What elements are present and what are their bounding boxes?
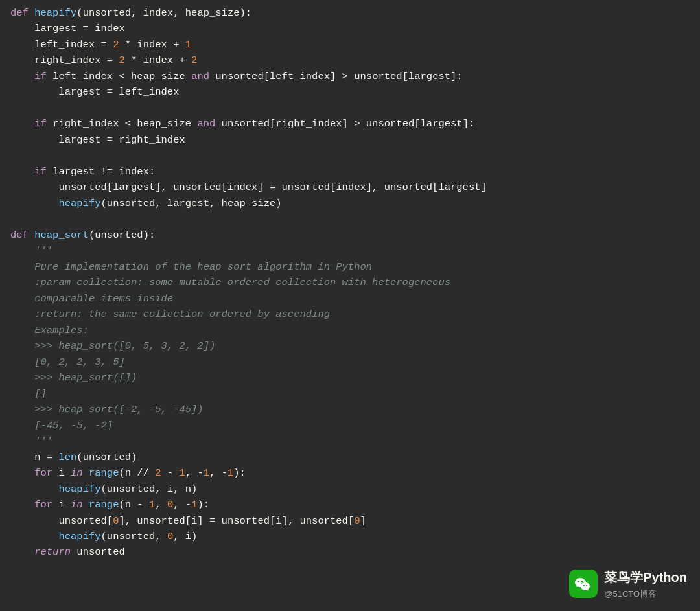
code-line xyxy=(0,211,700,227)
watermark: 菜鸟学Python @51CTO博客 xyxy=(569,568,687,601)
code-line: if left_index < heap_size and unsorted[l… xyxy=(0,69,700,84)
code-line: def heapify(unsorted, index, heap_size): xyxy=(0,5,700,21)
watermark-subtitle: @51CTO博客 xyxy=(604,588,657,601)
code-line: largest = left_index xyxy=(0,84,700,100)
code-block: def heapify(unsorted, index, heap_size):… xyxy=(0,0,700,611)
code-line: comparable items inside xyxy=(0,291,700,306)
code-line: heapify(unsorted, i, n) xyxy=(0,481,700,497)
wechat-logo-svg xyxy=(573,573,594,594)
code-line: :param collection: some mutable ordered … xyxy=(0,275,700,290)
code-line xyxy=(0,148,700,163)
code-line: for i in range(n // 2 - 1, -1, -1): xyxy=(0,465,700,481)
code-line: left_index = 2 * index + 1 xyxy=(0,37,700,52)
code-line: [] xyxy=(0,386,700,402)
code-line: heapify(unsorted, 0, i) xyxy=(0,529,700,544)
code-line: [-45, -5, -2] xyxy=(0,418,700,433)
code-line: :return: the same collection ordered by … xyxy=(0,306,700,322)
code-line: unsorted[0], unsorted[i] = unsorted[i], … xyxy=(0,513,700,529)
code-line: return unsorted xyxy=(0,544,700,560)
code-line: [0, 2, 2, 3, 5] xyxy=(0,354,700,370)
code-line: unsorted[largest], unsorted[index] = uns… xyxy=(0,179,700,195)
code-line: if right_index < heap_size and unsorted[… xyxy=(0,116,700,132)
watermark-title: 菜鸟学Python xyxy=(604,568,687,588)
code-line: >>> heap_sort([]) xyxy=(0,370,700,386)
code-line: ''' xyxy=(0,243,700,259)
code-line: Examples: xyxy=(0,323,700,338)
code-line xyxy=(0,100,700,116)
code-line: largest = right_index xyxy=(0,132,700,148)
code-line: heapify(unsorted, largest, heap_size) xyxy=(0,196,700,211)
code-line: largest = index xyxy=(0,21,700,36)
code-line: >>> heap_sort([-2, -5, -45]) xyxy=(0,402,700,417)
code-line: >>> heap_sort([0, 5, 3, 2, 2]) xyxy=(0,338,700,354)
code-line: def heap_sort(unsorted): xyxy=(0,227,700,243)
wechat-icon xyxy=(569,570,598,598)
code-line: n = len(unsorted) xyxy=(0,450,700,465)
code-line: for i in range(n - 1, 0, -1): xyxy=(0,497,700,513)
code-line: right_index = 2 * index + 2 xyxy=(0,52,700,68)
watermark-text-group: 菜鸟学Python @51CTO博客 xyxy=(604,568,687,601)
code-line: if largest != index: xyxy=(0,164,700,179)
code-line: ''' xyxy=(0,433,700,449)
code-line: Pure implementation of the heap sort alg… xyxy=(0,259,700,275)
